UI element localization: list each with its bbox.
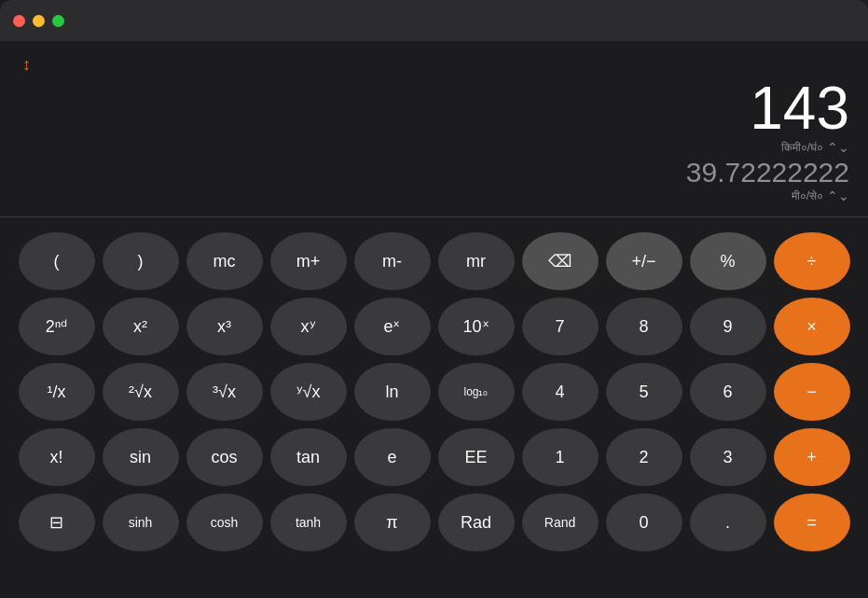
scientific-e-button[interactable]: EE (438, 428, 515, 486)
cosine-button[interactable]: cos (186, 428, 263, 486)
secondary-unit-label: मी०/से० (792, 189, 823, 202)
five-button[interactable]: 5 (606, 363, 682, 421)
secondary-display: 39.72222222 (19, 159, 849, 187)
natural-log-button[interactable]: ln (354, 363, 431, 421)
close-button[interactable] (13, 15, 25, 27)
history-icon[interactable]: ↕ (22, 55, 31, 75)
zero-button[interactable]: 0 (606, 494, 682, 551)
main-display: 143 (19, 78, 849, 138)
maximize-button[interactable] (52, 15, 64, 27)
x-to-y-button[interactable]: xʸ (270, 298, 347, 355)
equals-button[interactable]: = (774, 494, 850, 551)
divide-button[interactable]: ÷ (774, 232, 850, 290)
calculator-icon-button[interactable]: ⊟ (19, 494, 95, 551)
six-button[interactable]: 6 (690, 363, 766, 421)
main-unit-row: किमी०/घं० ⌃⌄ (19, 140, 849, 155)
title-bar (0, 0, 868, 41)
memory-plus-button[interactable]: m+ (270, 232, 347, 290)
key-row-row2: 2ⁿᵈx²x³xʸeˣ10ˣ789× (11, 298, 857, 355)
eight-button[interactable]: 8 (606, 298, 682, 355)
memory-clear-button[interactable]: mc (186, 232, 263, 290)
backspace-button[interactable]: ⌫ (522, 232, 599, 290)
cube-button[interactable]: x³ (186, 298, 263, 355)
one-button[interactable]: 1 (522, 428, 599, 486)
tanh-button[interactable]: tanh (270, 494, 347, 551)
four-button[interactable]: 4 (522, 363, 599, 421)
decimal-button[interactable]: . (690, 494, 766, 551)
open-paren-button[interactable]: ( (19, 232, 95, 290)
history-row: ↕ (19, 50, 849, 78)
key-row-row5: ⊟sinhcoshtanhπRadRand0.= (11, 494, 857, 551)
cube-root-button[interactable]: ³√x (186, 363, 263, 421)
subtract-button[interactable]: − (774, 363, 850, 421)
toggle-sign-button[interactable]: +/− (606, 232, 682, 290)
key-row-row3: ¹/x²√x³√xʸ√xlnlog₁₀456− (11, 363, 857, 421)
secondary-unit-stepper[interactable]: ⌃⌄ (827, 188, 849, 203)
keypad: ()mcm+m-mr⌫+/−%÷2ⁿᵈx²x³xʸeˣ10ˣ789×¹/x²√x… (0, 227, 868, 561)
close-paren-button[interactable]: ) (103, 232, 179, 290)
memory-minus-button[interactable]: m- (354, 232, 431, 290)
log10-button[interactable]: log₁₀ (438, 363, 515, 421)
two-button[interactable]: 2 (606, 428, 682, 486)
sinh-button[interactable]: sinh (103, 494, 179, 551)
factorial-button[interactable]: x! (19, 428, 95, 486)
minimize-button[interactable] (33, 15, 45, 27)
add-button[interactable]: + (774, 428, 850, 486)
e-to-x-button[interactable]: eˣ (354, 298, 431, 355)
seven-button[interactable]: 7 (522, 298, 599, 355)
key-row-row4: x!sincostaneEE123+ (11, 428, 857, 486)
main-unit-stepper[interactable]: ⌃⌄ (827, 140, 849, 155)
percent-button[interactable]: % (690, 232, 766, 290)
cosh-button[interactable]: cosh (186, 494, 263, 551)
pi-button[interactable]: π (354, 494, 431, 551)
three-button[interactable]: 3 (690, 428, 766, 486)
euler-button[interactable]: e (354, 428, 431, 486)
sine-button[interactable]: sin (103, 428, 179, 486)
display-area: ↕ 143 किमी०/घं० ⌃⌄ 39.72222222 मी०/से० ⌃… (0, 41, 868, 216)
rand-button[interactable]: Rand (522, 494, 599, 551)
main-unit-label: किमी०/घं० (781, 141, 823, 154)
square-button[interactable]: x² (103, 298, 179, 355)
square-root-button[interactable]: ²√x (103, 363, 179, 421)
divider (0, 216, 868, 217)
memory-recall-button[interactable]: mr (438, 232, 515, 290)
y-root-button[interactable]: ʸ√x (270, 363, 347, 421)
nine-button[interactable]: 9 (690, 298, 766, 355)
key-row-row1: ()mcm+m-mr⌫+/−%÷ (11, 232, 857, 290)
secondary-unit-row: मी०/से० ⌃⌄ (19, 188, 849, 203)
reciprocal-button[interactable]: ¹/x (19, 363, 95, 421)
second-button[interactable]: 2ⁿᵈ (19, 298, 95, 355)
ten-to-x-button[interactable]: 10ˣ (438, 298, 515, 355)
rad-button[interactable]: Rad (438, 494, 515, 551)
multiply-button[interactable]: × (774, 298, 850, 355)
tangent-button[interactable]: tan (270, 428, 347, 486)
